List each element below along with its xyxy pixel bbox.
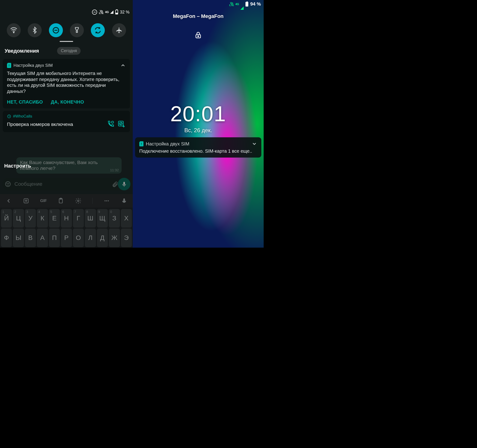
qs-autorotate[interactable] (91, 23, 105, 37)
svg-point-0 (13, 32, 14, 33)
key-Л[interactable]: Л (85, 228, 96, 247)
key-Е[interactable]: 5Е (49, 209, 60, 228)
notification-dual-sim[interactable]: ! Настройка двух SIM Текущая SIM для моб… (3, 59, 130, 108)
qs-bluetooth[interactable] (28, 23, 42, 37)
kb-divider (92, 198, 93, 204)
configure-label[interactable]: Настроить (4, 163, 31, 169)
battery-text: 94 % (250, 1, 261, 7)
battery-text: 32 % (120, 10, 130, 15)
svg-line-8 (120, 123, 122, 125)
today-pill: Сегодня (57, 47, 81, 55)
chat-bubble-time: 11:32 (110, 168, 119, 172)
keyboard-toolbar: GIF (0, 194, 133, 208)
kb-collapse-icon[interactable] (5, 198, 12, 204)
lock-date: Вс, 26 дек. (133, 127, 264, 134)
kb-more-icon[interactable] (103, 198, 110, 204)
svg-point-23 (106, 200, 107, 202)
sim-badge-icon: ! (139, 141, 143, 146)
qs-dnd[interactable] (49, 23, 63, 37)
svg-point-11 (6, 182, 11, 187)
notification-body: Подключение восстановлено. SIM-карта 1 в… (139, 148, 257, 154)
kb-sticker-icon[interactable] (23, 198, 29, 204)
battery-icon (115, 10, 118, 14)
key-Ы[interactable]: Ы (13, 228, 24, 247)
block-add-icon[interactable] (117, 120, 126, 128)
key-В[interactable]: В (25, 228, 36, 247)
signal-icon (111, 11, 113, 14)
carrier-label: MegaFon – MegaFon (133, 13, 264, 19)
status-bar-left: Vo LTE 4G 32 % (0, 0, 133, 23)
lock-clock: 20:01 (133, 102, 264, 126)
notification-whocalls[interactable]: #WhoCalls Проверка номеров включена (3, 111, 130, 132)
kb-gif-button[interactable]: GIF (40, 198, 47, 203)
chat-input-placeholder[interactable]: Сообщение (14, 181, 108, 187)
key-Ж[interactable]: Ж (109, 228, 120, 247)
notifications-title: Уведомления (5, 48, 39, 54)
network-4g-label: 4G (235, 3, 239, 6)
key-Й[interactable]: 1Й (1, 209, 12, 228)
key-Ш[interactable]: 8Ш (85, 209, 96, 228)
quick-settings (0, 23, 133, 44)
whocalls-tag: #WhoCalls (13, 114, 32, 119)
key-З[interactable]: 0З (109, 209, 120, 228)
action-no[interactable]: НЕТ, СПАСИБО (7, 99, 43, 105)
key-Д[interactable]: Д (97, 228, 108, 247)
chat-bubble-incoming: Как Ваше самочувствие, Вам хоть немного … (16, 157, 122, 174)
sim-badge-icon: ! (7, 63, 11, 68)
svg-point-22 (105, 200, 106, 202)
svg-point-12 (7, 183, 7, 184)
attach-icon[interactable] (112, 181, 118, 187)
key-Ц[interactable]: 2Ц (13, 209, 24, 228)
volte-icon: Vo LTE (99, 10, 104, 14)
notification-body: Текущая SIM для мобильного Интернета не … (7, 70, 126, 94)
phone-check-icon[interactable] (106, 120, 115, 128)
lock-icon (133, 31, 264, 39)
svg-point-13 (8, 183, 9, 184)
qs-wifi[interactable] (7, 23, 21, 37)
key-У[interactable]: 3У (25, 209, 36, 228)
lock-notification-dual-sim[interactable]: ! Настройка двух SIM Подключение восстан… (135, 137, 261, 157)
key-Э[interactable]: Э (121, 228, 132, 247)
svg-point-18 (26, 200, 27, 201)
chevron-down-icon[interactable] (251, 141, 257, 147)
emoji-icon[interactable] (5, 181, 11, 187)
voice-record-button[interactable] (118, 178, 131, 190)
notification-title: Настройка двух SIM (13, 63, 53, 68)
svg-point-21 (77, 200, 79, 202)
svg-point-26 (198, 36, 199, 37)
key-Р[interactable]: Р (61, 228, 72, 247)
svg-point-5 (112, 121, 114, 123)
chevron-up-icon[interactable] (120, 63, 126, 68)
svg-rect-16 (24, 199, 28, 203)
notification-title: Настройка двух SIM (146, 141, 189, 147)
key-Г[interactable]: 7Г (73, 209, 84, 228)
qs-airplane[interactable] (112, 23, 126, 37)
soft-keyboard[interactable]: 1Й2Ц3У4К5Е6Н7Г8Ш9Щ0ЗХ ФЫВАПРОЛДЖЭ (0, 208, 133, 248)
action-yes[interactable]: ДА, КОНЕЧНО (51, 99, 84, 105)
qs-flashlight[interactable] (70, 23, 84, 37)
kb-settings-icon[interactable] (75, 198, 82, 204)
key-А[interactable]: А (37, 228, 48, 247)
signal-icon (241, 1, 244, 7)
dnd-status-icon (92, 10, 97, 15)
volte-icon: Vo LTE (229, 2, 234, 6)
key-К[interactable]: 4К (37, 209, 48, 228)
key-Х[interactable]: Х (121, 209, 132, 228)
kb-clipboard-icon[interactable] (58, 198, 64, 204)
key-П[interactable]: П (49, 228, 60, 247)
battery-icon (245, 2, 248, 6)
key-О[interactable]: О (73, 228, 84, 247)
shield-clock-icon (7, 114, 11, 118)
svg-point-24 (108, 200, 109, 202)
key-Щ[interactable]: 9Щ (97, 209, 108, 228)
whocalls-body: Проверка номеров включена (7, 122, 103, 127)
network-4g-label: 4G (105, 11, 109, 14)
kb-mic-icon[interactable] (121, 198, 127, 204)
chat-input-bar[interactable]: Сообщение (2, 178, 131, 190)
svg-rect-15 (124, 186, 124, 187)
lock-screen: Vo LTE 4G 94 % MegaFon – MegaFon 20:01 В… (133, 0, 264, 248)
key-Ф[interactable]: Ф (1, 228, 12, 247)
status-bar-right: Vo LTE 4G 94 % (133, 0, 264, 8)
key-Н[interactable]: 6Н (61, 209, 72, 228)
notification-shade: Vo LTE 4G 32 % Уведомления Сегодня (0, 0, 133, 248)
